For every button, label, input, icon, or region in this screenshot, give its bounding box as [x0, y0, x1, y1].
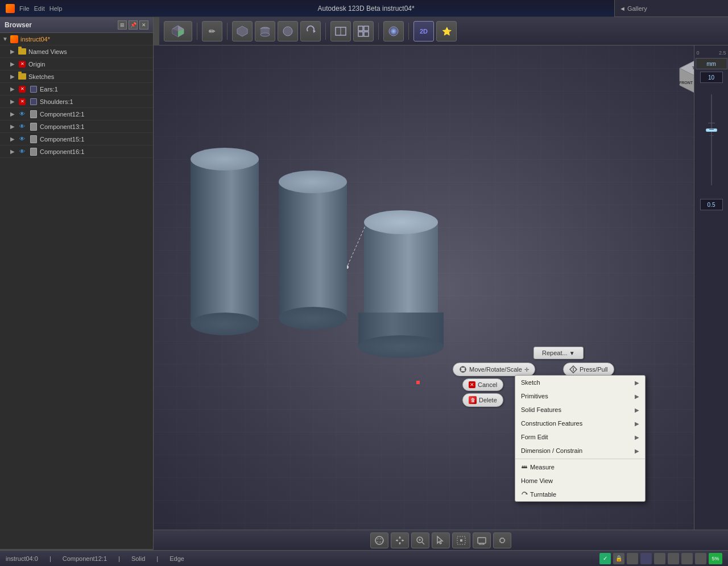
box-tool[interactable] — [232, 21, 253, 41]
comp15-label: Component15:1 — [40, 136, 84, 143]
status-icon-6[interactable] — [668, 553, 679, 564]
tree-named-views[interactable]: ▶ Named Views — [0, 45, 153, 58]
browser-title: Browser — [5, 21, 32, 29]
svg-rect-14 — [358, 32, 363, 36]
material-tool[interactable] — [383, 21, 404, 41]
shoulders-arrow: ▶ — [10, 98, 17, 105]
ruler-scale: 0 2.5 — [696, 45, 727, 56]
shoulders-doc-icon — [28, 97, 39, 106]
gallery-label[interactable]: ◄ Gallery — [619, 5, 647, 12]
pencil-tool[interactable]: ✏ — [202, 21, 222, 41]
display-button[interactable] — [473, 532, 491, 548]
pan-button[interactable] — [391, 532, 409, 548]
menu-file[interactable]: File — [19, 5, 30, 12]
status-percent[interactable]: 5% — [709, 553, 722, 564]
ctx-construction-features[interactable]: Construction Features ▶ — [515, 417, 645, 430]
tree-comp15[interactable]: ▶ 👁 Component15:1 — [0, 133, 153, 145]
comp13-label: Component13:1 — [40, 123, 84, 130]
press-pull-button[interactable]: Press/Pull — [563, 363, 614, 376]
ears-arrow: ▶ — [10, 86, 17, 92]
status-icon-8[interactable] — [695, 553, 706, 564]
browser-pin-btn[interactable]: 📌 — [129, 20, 138, 30]
tree-comp13[interactable]: ▶ 👁 Component13:1 — [0, 120, 153, 133]
svg-line-51 — [422, 542, 424, 544]
app-title: Autodesk 123D Beta instruct04* — [62, 5, 670, 13]
status-file: instruct04:0 — [6, 555, 38, 562]
display-icon — [477, 535, 487, 546]
ctx-primitives[interactable]: Primitives ▶ — [515, 389, 645, 403]
browser-close-btn[interactable]: ✕ — [139, 20, 148, 30]
delete-icon: 🗑 — [469, 396, 477, 404]
ruler-value-input[interactable] — [700, 72, 723, 83]
svg-point-7 — [260, 33, 270, 36]
ctx-turntable[interactable]: Turntable — [515, 488, 645, 501]
ctx-solid-features[interactable]: Solid Features ▶ — [515, 403, 645, 417]
origin-arrow: ▶ — [10, 61, 17, 67]
origin-icon: ✕ — [17, 60, 27, 69]
repeat-button[interactable]: Repeat... ▼ — [533, 347, 584, 359]
svg-marker-47 — [399, 543, 401, 544]
status-lock-icon[interactable]: 🔒 — [613, 553, 624, 564]
settings-button[interactable] — [493, 532, 511, 548]
status-icon-3[interactable] — [627, 553, 638, 564]
delete-button[interactable]: 🗑 Delete — [462, 393, 503, 407]
cancel-button[interactable]: ✕ Cancel — [462, 378, 503, 391]
svg-point-60 — [500, 538, 504, 543]
ruler-slider[interactable] — [694, 83, 728, 197]
sphere-tool[interactable] — [278, 21, 298, 41]
separator-4 — [378, 23, 379, 40]
center-dot — [416, 381, 420, 384]
move-rotate-button[interactable]: Move/Rotate/Scale ✛ — [453, 363, 535, 376]
comp13-eye-icon: 👁 — [17, 122, 27, 131]
ctx-dimension[interactable]: Dimension / Constrain ▶ — [515, 444, 645, 457]
separator-5 — [408, 23, 409, 40]
tree-sketches[interactable]: ▶ Sketches — [0, 70, 153, 83]
move-icon — [459, 365, 467, 373]
menu-edit[interactable]: Edit — [34, 5, 45, 12]
named-views-arrow: ▶ — [10, 48, 17, 55]
ctx-form-edit[interactable]: Form Edit ▶ — [515, 430, 645, 444]
menu-help[interactable]: Help — [49, 5, 63, 12]
browser-grid-btn[interactable]: ⊞ — [118, 20, 127, 30]
star-tool[interactable]: ⭐ — [436, 21, 457, 41]
statusbar: instruct04:0 | Component12:1 | Solid | E… — [0, 550, 728, 566]
status-ok-icon[interactable]: ✓ — [599, 553, 611, 564]
grid-tool[interactable] — [353, 21, 374, 41]
move-arrow: ✛ — [524, 367, 529, 373]
status-icon-4[interactable] — [640, 553, 652, 564]
root-label: instruct04* — [20, 36, 50, 43]
snap-button[interactable] — [452, 532, 470, 548]
status-component: Component12:1 — [63, 555, 107, 562]
ctx-home-view[interactable]: Home View — [515, 474, 645, 488]
select-button[interactable] — [432, 532, 450, 548]
ctx-measure[interactable]: Measure — [515, 460, 645, 474]
measure-icon — [521, 464, 528, 471]
ctx-sketch[interactable]: Sketch ▶ — [515, 376, 645, 389]
svg-rect-13 — [364, 26, 369, 31]
cylinder-tool[interactable] — [255, 21, 275, 41]
status-type: Solid — [131, 555, 145, 562]
svg-rect-56 — [478, 538, 486, 543]
tree-shoulders[interactable]: ▶ ✕ Shoulders:1 — [0, 95, 153, 108]
tree-comp16[interactable]: ▶ 👁 Component16:1 — [0, 145, 153, 158]
ruler-track — [711, 94, 712, 185]
comp13-doc-icon — [28, 122, 39, 131]
tree-ears[interactable]: ▶ ✕ Ears:1 — [0, 83, 153, 95]
status-separator-2: | — [118, 555, 120, 562]
rotate-tool[interactable] — [300, 21, 321, 41]
comp12-arrow: ▶ — [10, 111, 17, 117]
tree-origin[interactable]: ▶ ✕ Origin — [0, 58, 153, 70]
status-icon-7[interactable] — [681, 553, 693, 564]
comp12-eye-icon: 👁 — [17, 110, 27, 119]
tree-comp12[interactable]: ▶ 👁 Component12:1 — [0, 108, 153, 120]
orbit-button[interactable] — [370, 532, 388, 548]
ruler-snap-input[interactable] — [700, 199, 723, 210]
gallery-bar[interactable]: ◄ Gallery — [614, 0, 728, 17]
2d-tool[interactable]: 2D — [413, 21, 434, 41]
zoom-button[interactable] — [411, 532, 429, 548]
viewport-3d[interactable]: Repeat... ▼ Move/Rotate/Scale ✛ Press/Pu… — [154, 45, 728, 532]
home-view-button[interactable] — [164, 21, 192, 41]
status-icon-5[interactable] — [654, 553, 665, 564]
panel-tool[interactable] — [330, 21, 351, 41]
tree-root-item[interactable]: ▼ instruct04* — [0, 33, 153, 45]
